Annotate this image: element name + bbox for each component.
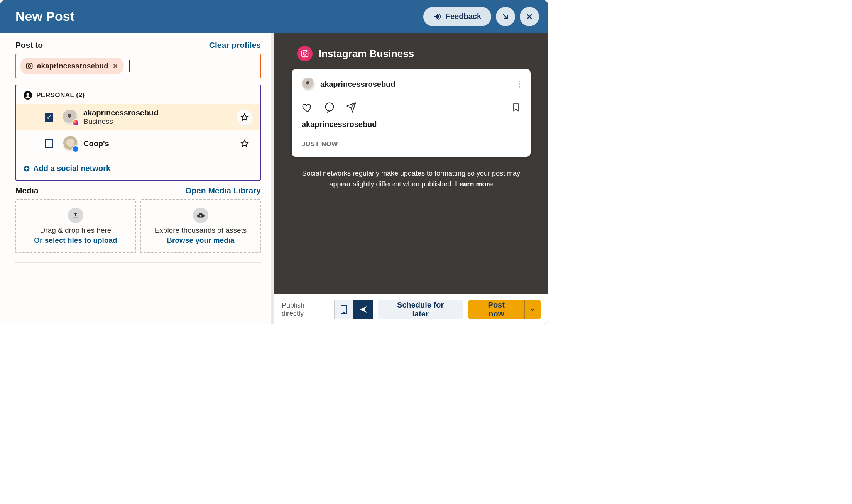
profiles-group-header: PERSONAL (2) bbox=[16, 85, 260, 104]
arrow-down-right-icon bbox=[502, 13, 509, 20]
page-title: New Post bbox=[15, 9, 74, 24]
divider bbox=[15, 262, 261, 263]
facebook-badge-icon bbox=[72, 145, 79, 152]
browse-media-link[interactable]: Browse your media bbox=[167, 236, 234, 245]
profile-chip-input[interactable]: akaprincessrosebud bbox=[15, 54, 261, 78]
preview-title: Instagram Business bbox=[319, 48, 414, 60]
add-social-network-link[interactable]: Add a social network bbox=[16, 157, 260, 180]
instagram-icon bbox=[297, 46, 313, 61]
mobile-preview-button[interactable] bbox=[334, 300, 353, 319]
card-top: akaprincessrosebud bbox=[302, 78, 521, 91]
profile-row-coops[interactable]: Coop's bbox=[16, 130, 260, 157]
open-media-library-link[interactable]: Open Media Library bbox=[185, 186, 261, 195]
compose-panel: Post to Clear profiles akaprincessrosebu… bbox=[0, 33, 274, 324]
megaphone-icon bbox=[433, 12, 442, 21]
post-now-group: Post now bbox=[468, 300, 541, 319]
send-mode-button[interactable] bbox=[353, 300, 373, 319]
profiles-group-label: PERSONAL (2) bbox=[36, 91, 85, 99]
instagram-icon bbox=[25, 62, 33, 70]
media-zones: Drag & drop files here Or select files t… bbox=[15, 199, 261, 253]
profile-sub: Business bbox=[83, 117, 159, 126]
preview-card: akaprincessrosebud akaprincessrosebud JU… bbox=[292, 69, 531, 157]
instagram-badge-icon bbox=[72, 119, 79, 126]
avatar bbox=[63, 136, 78, 151]
card-actions bbox=[302, 101, 521, 113]
profile-chip[interactable]: akaprincessrosebud bbox=[20, 58, 124, 74]
svg-point-2 bbox=[31, 64, 32, 64]
preview-header: Instagram Business bbox=[274, 33, 548, 69]
upload-line1: Drag & drop files here bbox=[40, 226, 112, 235]
profile-row-akaprincessrosebud[interactable]: akaprincessrosebud Business bbox=[16, 104, 260, 130]
send-icon bbox=[359, 305, 367, 314]
avatar bbox=[63, 110, 78, 125]
person-icon bbox=[23, 91, 32, 100]
svg-point-7 bbox=[303, 52, 306, 55]
browse-line1: Explore thousands of assets bbox=[155, 226, 247, 235]
post-to-label: Post to bbox=[15, 41, 43, 50]
plus-circle-icon bbox=[23, 165, 30, 172]
publish-label: Publish directly bbox=[282, 301, 327, 318]
upload-icon bbox=[68, 208, 83, 223]
close-icon bbox=[525, 12, 534, 21]
profile-checkbox[interactable] bbox=[45, 139, 53, 148]
chevron-down-icon bbox=[529, 306, 536, 313]
app-header: New Post Feedback bbox=[0, 0, 548, 33]
close-button[interactable] bbox=[520, 7, 539, 26]
browse-dropzone[interactable]: Explore thousands of assets Browse your … bbox=[140, 199, 261, 253]
profile-name: Coop's bbox=[83, 139, 109, 148]
cloud-upload-icon bbox=[193, 208, 208, 223]
profile-name: akaprincessrosebud bbox=[83, 108, 159, 117]
svg-point-8 bbox=[306, 51, 307, 52]
svg-point-9 bbox=[519, 81, 520, 82]
preview-panel: Instagram Business akaprincessrosebud ak… bbox=[274, 33, 548, 324]
svg-point-14 bbox=[343, 312, 344, 313]
favorite-button[interactable] bbox=[236, 135, 253, 152]
svg-point-4 bbox=[27, 93, 29, 96]
heart-icon[interactable] bbox=[302, 101, 313, 113]
footer-bar: Publish directly Schedule for later Post… bbox=[274, 294, 548, 324]
minimize-button[interactable] bbox=[496, 7, 515, 26]
more-icon[interactable] bbox=[518, 80, 521, 88]
bookmark-icon[interactable] bbox=[511, 102, 521, 113]
preview-note: Social networks regularly make updates t… bbox=[297, 168, 525, 190]
scrollbar[interactable] bbox=[271, 33, 274, 324]
profiles-panel: PERSONAL (2) akaprincessrosebud Business bbox=[15, 85, 261, 181]
learn-more-link[interactable]: Learn more bbox=[455, 180, 493, 188]
media-label: Media bbox=[15, 186, 39, 195]
profile-text: Coop's bbox=[83, 139, 109, 148]
schedule-button[interactable]: Schedule for later bbox=[378, 300, 463, 319]
main-area: Post to Clear profiles akaprincessrosebu… bbox=[0, 33, 548, 324]
svg-point-12 bbox=[326, 103, 334, 111]
favorite-button[interactable] bbox=[236, 109, 253, 126]
comment-icon[interactable] bbox=[324, 102, 335, 113]
post-now-button[interactable]: Post now bbox=[468, 300, 524, 319]
card-username: akaprincessrosebud bbox=[320, 80, 396, 89]
text-cursor bbox=[129, 60, 130, 72]
svg-point-1 bbox=[28, 65, 31, 68]
profile-text: akaprincessrosebud Business bbox=[83, 108, 159, 126]
profile-checkbox[interactable] bbox=[45, 113, 53, 122]
chip-label: akaprincessrosebud bbox=[37, 62, 108, 70]
device-toggle bbox=[334, 300, 373, 319]
svg-point-10 bbox=[519, 83, 520, 85]
clear-profiles-link[interactable]: Clear profiles bbox=[209, 41, 261, 50]
card-caption: akaprincessrosebud bbox=[302, 120, 521, 129]
upload-dropzone[interactable]: Drag & drop files here Or select files t… bbox=[15, 199, 136, 253]
post-now-caret[interactable] bbox=[524, 300, 541, 319]
send-icon[interactable] bbox=[346, 102, 357, 113]
card-timestamp: JUST NOW bbox=[302, 140, 521, 148]
upload-select-link[interactable]: Or select files to upload bbox=[34, 236, 117, 245]
svg-point-11 bbox=[519, 86, 520, 88]
star-icon bbox=[240, 113, 249, 122]
chip-remove-icon[interactable] bbox=[112, 63, 118, 69]
media-header: Media Open Media Library bbox=[15, 186, 261, 195]
star-icon bbox=[240, 139, 249, 148]
feedback-button[interactable]: Feedback bbox=[423, 7, 491, 26]
post-to-header: Post to Clear profiles bbox=[15, 41, 261, 50]
header-actions: Feedback bbox=[423, 7, 539, 26]
phone-icon bbox=[340, 304, 347, 315]
avatar bbox=[302, 78, 315, 91]
